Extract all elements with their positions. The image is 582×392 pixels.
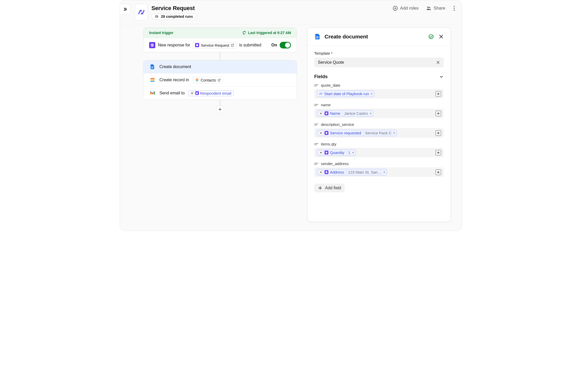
trigger-toggle[interactable] xyxy=(280,42,291,48)
text-field-icon xyxy=(314,143,318,145)
add-variable-button[interactable] xyxy=(435,169,441,175)
connector-line xyxy=(220,100,220,105)
form-mini-icon xyxy=(325,131,328,135)
text-field-icon xyxy=(314,123,318,126)
close-icon xyxy=(439,34,444,39)
form-mini-icon xyxy=(325,151,328,154)
variable-token[interactable]: NameJanice Castro▾ xyxy=(317,110,373,117)
playbook-mini-icon xyxy=(319,92,323,96)
svg-rect-17 xyxy=(150,78,155,79)
sync-icon xyxy=(242,31,246,35)
variable-token[interactable]: Service requestedService Pack C▾ xyxy=(317,130,397,136)
trigger-header: Instant trigger Last triggered at 9:27 A… xyxy=(143,28,297,38)
add-step-button[interactable] xyxy=(216,105,224,113)
svg-rect-26 xyxy=(316,36,319,37)
trigger-text-prefix: New response for xyxy=(158,43,190,47)
field-name: name xyxy=(321,103,331,107)
svg-point-29 xyxy=(429,35,433,39)
add-variable-button[interactable] xyxy=(435,91,441,97)
add-variable-button[interactable] xyxy=(435,111,441,116)
svg-rect-45 xyxy=(326,132,327,134)
header: Service Request 29 completed runs Add ro… xyxy=(120,0,462,24)
template-selector[interactable]: Service Quote xyxy=(314,58,444,67)
chevron-down-icon: ▾ xyxy=(370,112,371,115)
svg-point-8 xyxy=(454,10,455,11)
field-name: items.qty xyxy=(321,142,336,146)
svg-rect-40 xyxy=(326,112,327,114)
template-field-label: Template * xyxy=(314,51,444,55)
field-value-input[interactable]: Service requestedService Pack C▾ xyxy=(314,128,444,138)
mapped-field: description_serviceService requestedServ… xyxy=(314,122,444,138)
plus-icon xyxy=(318,186,322,190)
add-variable-button[interactable] xyxy=(435,130,441,136)
variable-token[interactable]: Address123 Main St, San…▾ xyxy=(317,169,387,175)
variable-token[interactable]: Start date of Playbook run▾ xyxy=(317,91,374,97)
step-create-document[interactable]: 1 Create document xyxy=(143,60,297,73)
svg-rect-22 xyxy=(196,80,198,81)
page-title: Service Request xyxy=(151,5,196,12)
text-field-icon xyxy=(314,84,318,87)
svg-rect-55 xyxy=(326,171,327,173)
flow-column: Instant trigger Last triggered at 9:27 A… xyxy=(143,27,297,113)
token-preview: 1 xyxy=(346,150,350,155)
google-doc-icon xyxy=(149,63,156,70)
add-field-button[interactable]: Add field xyxy=(314,184,345,192)
gmail-icon xyxy=(149,90,156,96)
field-value-input[interactable]: Quantity1▾ xyxy=(314,148,444,157)
field-value-input[interactable]: NameJanice Castro▾ xyxy=(314,109,444,118)
bolt-mini-icon xyxy=(190,91,194,95)
open-external-icon xyxy=(217,78,221,82)
token-label: Start date of Playbook run xyxy=(324,92,369,96)
trigger-body[interactable]: New response for Service Request is subm… xyxy=(143,38,297,52)
step-label: Create document xyxy=(159,64,191,69)
bolt-mini-icon xyxy=(319,111,323,116)
close-panel-button[interactable] xyxy=(439,34,444,39)
mapped-field: quote_dateStart date of Playbook run▾ xyxy=(314,83,444,99)
token-label: Name xyxy=(330,111,340,116)
svg-rect-28 xyxy=(316,38,318,38)
trigger-label: Instant trigger xyxy=(149,31,173,35)
chevron-down-icon: ▾ xyxy=(384,171,385,174)
form-icon xyxy=(149,42,155,48)
svg-point-5 xyxy=(429,7,430,8)
trigger-card: Instant trigger Last triggered at 9:27 A… xyxy=(143,27,297,52)
playbook-logo xyxy=(135,4,148,20)
chevron-down-icon: ▾ xyxy=(352,151,354,154)
step-text-prefix: Create record in xyxy=(159,78,189,82)
tables-icon xyxy=(149,77,156,83)
step-create-record[interactable]: 2 Create record in Contacts xyxy=(143,73,297,86)
open-external-icon xyxy=(231,43,234,47)
trigger-last-run: Last triggered at 9:27 AM xyxy=(248,31,291,35)
step-send-email[interactable]: 3 Send email to Respondent email xyxy=(143,86,297,100)
add-variable-button[interactable] xyxy=(435,150,441,156)
variable-token[interactable]: Quantity1▾ xyxy=(317,149,356,156)
field-value-input[interactable]: Start date of Playbook run▾ xyxy=(314,89,444,99)
svg-point-0 xyxy=(155,16,157,18)
plus-icon xyxy=(437,171,440,174)
fields-section-header[interactable]: Fields xyxy=(314,74,444,79)
plus-icon xyxy=(218,107,222,111)
svg-point-6 xyxy=(454,6,455,7)
clear-template-button[interactable] xyxy=(436,60,440,64)
sidebar-expand-button[interactable] xyxy=(120,4,131,15)
more-menu-button[interactable] xyxy=(452,6,456,11)
field-value-input[interactable]: Address123 Main St, San…▾ xyxy=(314,167,444,177)
trigger-text-suffix: is submitted xyxy=(239,43,261,47)
runs-pill[interactable]: 29 completed runs xyxy=(151,13,196,20)
step-detail-panel: Create document Template * Service Quote… xyxy=(307,27,451,222)
bolt-mini-icon xyxy=(319,170,323,174)
contacts-chip[interactable]: Contacts xyxy=(193,77,223,83)
plus-circle-icon xyxy=(392,5,398,11)
add-roles-button[interactable]: Add roles xyxy=(392,5,419,11)
trigger-form-chip[interactable]: Service Request xyxy=(193,42,237,48)
panel-header: Create document xyxy=(308,28,450,46)
panel-title: Create document xyxy=(325,34,368,40)
svg-rect-11 xyxy=(151,45,153,45)
share-button[interactable]: Share xyxy=(426,5,445,11)
mapped-field: nameNameJanice Castro▾ xyxy=(314,103,444,118)
mapped-field: sender_addressAddress123 Main St, San…▾ xyxy=(314,161,444,177)
token-preview: Janice Castro xyxy=(342,111,368,116)
svg-rect-12 xyxy=(151,46,152,46)
respondent-email-variable[interactable]: Respondent email xyxy=(188,90,233,96)
runs-icon xyxy=(155,14,159,19)
